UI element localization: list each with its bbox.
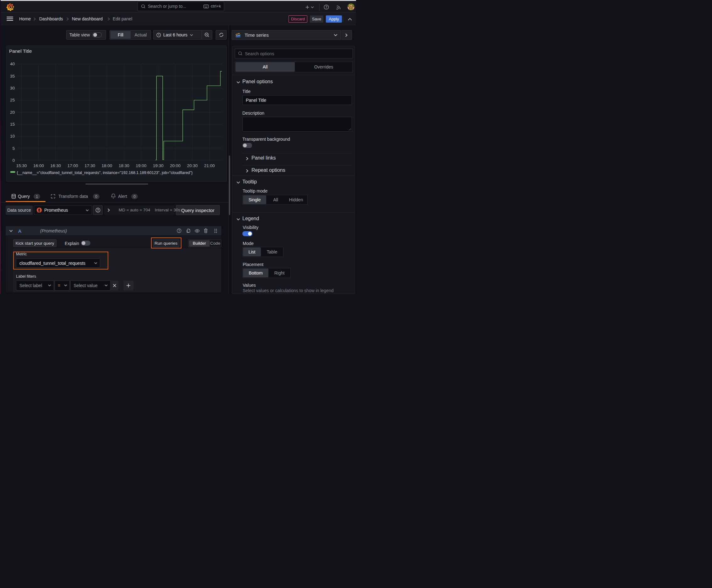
svg-text:15:30: 15:30	[16, 163, 27, 168]
svg-text:17:00: 17:00	[67, 163, 78, 168]
svg-text:21:00: 21:00	[204, 163, 215, 168]
svg-text:25: 25	[10, 98, 15, 102]
svg-text:40: 40	[10, 62, 15, 66]
svg-text:18:00: 18:00	[102, 163, 112, 168]
svg-text:20:30: 20:30	[187, 163, 198, 168]
svg-text:19:30: 19:30	[153, 163, 164, 168]
svg-text:19:00: 19:00	[136, 163, 147, 168]
svg-text:16:00: 16:00	[33, 163, 44, 168]
svg-text:18:30: 18:30	[118, 163, 129, 168]
svg-text:17:30: 17:30	[84, 163, 95, 168]
svg-text:20:00: 20:00	[170, 163, 180, 168]
svg-text:0: 0	[12, 158, 15, 163]
svg-text:{__name__="cloudflared_tunnel_: {__name__="cloudflared_tunnel_total_requ…	[17, 171, 192, 175]
svg-text:5: 5	[12, 146, 15, 151]
svg-text:20: 20	[10, 110, 15, 114]
svg-text:10: 10	[10, 134, 15, 139]
svg-text:15: 15	[10, 122, 15, 127]
svg-text:16:30: 16:30	[50, 163, 61, 168]
svg-text:30: 30	[10, 86, 15, 90]
svg-text:35: 35	[10, 74, 15, 79]
